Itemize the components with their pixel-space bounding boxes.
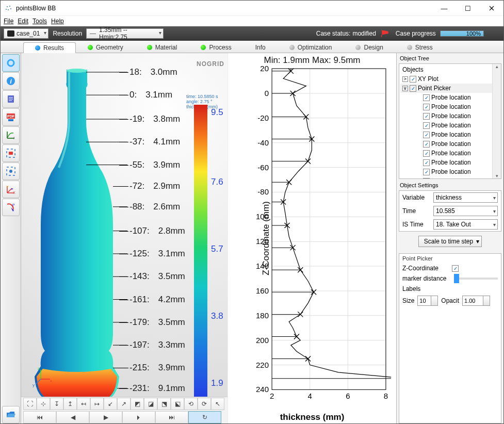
playback-prev-button[interactable]: ◀ [56,411,89,423]
svg-text:X: X [13,191,15,194]
cursor-icon[interactable]: ↖ [211,398,224,410]
tree-item[interactable]: ✓Probe location [400,176,500,178]
tree-item[interactable]: >✓XY Plot [400,74,500,84]
tab-results[interactable]: Results [23,42,76,53]
picker-icon[interactable]: P [2,199,20,216]
checkbox[interactable]: ✓ [423,113,430,120]
status-dot-icon [147,45,152,50]
viz-viewport[interactable]: NOGRID time: 10.5850 sangle: 2.75 °thick… [21,53,227,423]
view-2-icon[interactable]: ↥ [63,398,77,410]
variable-dropdown[interactable]: thickness [433,192,498,203]
view-5-icon[interactable]: ↙ [104,398,117,410]
tab-geometry[interactable]: Geometry [76,42,135,53]
zcoord-checkbox[interactable]: ✓ [452,265,459,272]
tree-scrollbar[interactable] [492,64,501,178]
playback-first-button[interactable]: ⏮ [23,411,56,423]
expand-icon[interactable]: ∨ [402,86,408,91]
status-dot-icon [289,45,295,50]
view-iso1-icon[interactable]: ◩ [131,398,144,410]
checkbox[interactable]: ✓ [410,76,416,83]
tree-root[interactable]: Objects [400,65,500,74]
tree-item[interactable]: ✓Probe location [400,149,500,158]
checkbox[interactable]: ✓ [423,141,430,148]
checkbox[interactable]: ✓ [423,178,430,179]
view-3-icon[interactable]: ↤ [77,398,90,410]
chart-icon[interactable]: t [2,126,20,144]
case-dropdown[interactable]: case_01 [4,28,48,39]
tab-stress[interactable]: Stress [395,42,445,53]
view-4-icon[interactable]: ↦ [90,398,104,410]
capture-icon[interactable] [2,162,20,180]
tree-item[interactable]: ✓Probe location [400,102,500,111]
tree-item[interactable]: ✓Probe location [400,111,500,121]
info-icon[interactable]: i [2,72,20,90]
tab-process[interactable]: Process [189,42,243,53]
object-tree[interactable]: Objects >✓XY Plot∨✓Point Picker✓Probe lo… [399,64,501,178]
opacity-spinner[interactable]: 1.00 [462,296,490,306]
tab-material[interactable]: Material [135,42,189,53]
marker-slider[interactable] [454,278,498,280]
tree-item[interactable]: ✓Probe location [400,158,500,167]
checkbox[interactable]: ✓ [423,159,430,166]
view-iso4-icon[interactable]: ⬕ [171,398,184,410]
minimize-button[interactable]: — [432,1,456,16]
menu-tools[interactable]: Tools [32,18,47,25]
notes-icon[interactable] [2,90,20,108]
view-6-icon[interactable]: ↗ [117,398,131,410]
pdf-icon[interactable]: PDF [2,108,20,126]
istime-dropdown[interactable]: 18. Take Out [433,219,498,230]
resolution-dropdown[interactable]: —1.35mm -- Hmin:2.75 [86,28,164,39]
view-iso3-icon[interactable]: ⬔ [157,398,171,410]
svg-rect-14 [9,152,13,155]
tree-item[interactable]: ✓Probe location [400,167,500,176]
view-xy-icon[interactable]: ⊹ [37,398,50,410]
playback-loop-button[interactable]: ↻ [188,411,221,423]
refresh-icon[interactable]: ⟳ [198,398,211,410]
tree-item[interactable]: ✓Probe location [400,93,500,102]
svg-point-0 [7,6,8,7]
tool-circle-icon[interactable] [2,54,20,72]
playback-next-button[interactable]: ⏵ [122,411,155,423]
svg-point-20 [67,69,87,73]
time-dropdown[interactable]: 10.585 [433,206,498,216]
logo: NOGRID [197,60,224,68]
rotate-icon[interactable]: ⟲ [184,398,198,410]
playback-play-button[interactable]: ▶ [89,411,122,423]
checkbox[interactable]: ✓ [423,132,430,138]
axis-icon[interactable]: YX [2,181,20,198]
menu-help[interactable]: Help [51,18,64,25]
checkbox[interactable]: ✓ [423,122,430,129]
checkbox[interactable]: ✓ [423,150,430,157]
tree-item[interactable]: ✓Probe location [400,139,500,149]
chart-area[interactable]: Min: 1.9mm Max: 9.5mm Z-Coordinate (mm) … [227,53,396,423]
maximize-button[interactable]: ☐ [456,1,480,16]
expand-icon[interactable]: > [402,76,408,82]
close-button[interactable] [480,1,503,16]
playback-last-button[interactable]: ⏭ [155,411,188,423]
checkbox[interactable]: ✓ [423,94,430,101]
tree-item[interactable]: ∨✓Point Picker [400,84,500,93]
menu-edit[interactable]: Edit [18,18,28,25]
tree-item[interactable]: ✓Probe location [400,130,500,139]
scale-to-timestep-button[interactable]: Scale to time step [418,236,482,247]
tree-item[interactable]: ✓Probe location [400,121,500,130]
tab-design[interactable]: Design [344,42,395,53]
viz-bottom-toolbar: ⛶ ⊹ ↧ ↥ ↤ ↦ ↙ ↗ ◩ ◪ ⬔ ⬕ ⟲ ⟳ ↖ ⏮ [21,397,227,423]
fit-view-icon[interactable]: ⛶ [23,398,37,410]
tab-optimization[interactable]: Optimization [278,42,344,53]
labels-label: Labels [399,284,501,294]
checkbox[interactable]: ✓ [410,85,416,92]
checkbox[interactable]: ✓ [423,104,430,110]
view-iso2-icon[interactable]: ◪ [144,398,157,410]
view-1-icon[interactable]: ↧ [50,398,63,410]
tab-info[interactable]: Info [243,42,278,53]
camera-focus-icon[interactable] [2,144,20,162]
thickness-reading: -72: 2.9mm [129,181,180,191]
checkbox[interactable]: ✓ [423,169,430,175]
size-spinner[interactable]: 10 [417,296,438,306]
folder-icon[interactable] [2,406,20,423]
status-dot-icon [88,45,93,50]
svg-text:x: x [50,379,52,383]
menu-file[interactable]: File [4,18,13,25]
app-icon [5,4,13,12]
